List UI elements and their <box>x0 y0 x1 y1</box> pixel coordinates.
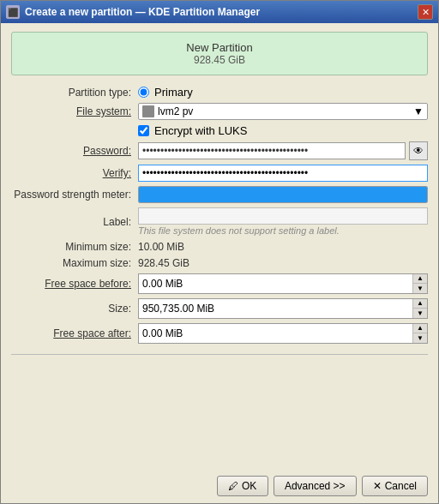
max-size-value: 928.45 GiB <box>138 257 428 269</box>
fs-icon <box>142 105 154 117</box>
size-input[interactable]: 950,735.00 MiB <box>139 299 412 318</box>
free-before-label: Free space before: <box>11 278 131 290</box>
cancel-button[interactable]: ✕ Cancel <box>362 476 428 496</box>
label-label: Label: <box>11 216 131 228</box>
advanced-button[interactable]: Advanced >> <box>274 476 357 496</box>
free-before-spin-up[interactable]: ▲ <box>413 274 427 284</box>
primary-radio-label: Primary <box>154 86 193 99</box>
free-after-spin-down[interactable]: ▼ <box>413 333 427 343</box>
file-system-select[interactable]: lvm2 pv ▼ <box>138 103 428 120</box>
divider <box>11 354 428 355</box>
titlebar: ⬛ Create a new partition — KDE Partition… <box>1 1 438 23</box>
partition-type-label: Partition type: <box>11 87 131 99</box>
window-title: Create a new partition — KDE Partition M… <box>25 6 260 18</box>
partition-preview: New Partition 928.45 GiB <box>11 32 428 75</box>
fs-dropdown-arrow: ▼ <box>413 105 424 117</box>
password-input[interactable] <box>138 142 406 159</box>
fs-value: lvm2 pv <box>158 105 413 117</box>
free-before-arrows: ▲ ▼ <box>412 274 427 293</box>
size-label: Size: <box>11 303 131 315</box>
encrypt-row: Encrypt with LUKS <box>138 124 428 137</box>
free-before-input[interactable]: 0.00 MiB <box>139 274 412 293</box>
strength-label: Password strength meter: <box>11 189 131 201</box>
main-window: ⬛ Create a new partition — KDE Partition… <box>0 0 439 504</box>
label-note: This file system does not support settin… <box>138 225 428 237</box>
password-label: Password: <box>11 145 131 157</box>
size-spinbox: 950,735.00 MiB ▲ ▼ <box>138 298 428 319</box>
min-size-label: Minimum size: <box>11 241 131 253</box>
cancel-icon: ✕ <box>373 480 382 492</box>
app-icon: ⬛ <box>6 5 20 19</box>
label-input-group: This file system does not support settin… <box>138 207 428 237</box>
partition-size: 928.45 GiB <box>21 54 418 66</box>
strength-fill <box>139 187 427 202</box>
button-row: 🖊 OK Advanced >> ✕ Cancel <box>11 472 428 496</box>
ok-label: OK <box>242 480 256 492</box>
show-password-button[interactable]: 👁 <box>409 141 428 160</box>
partition-type-row: Primary <box>138 86 428 99</box>
encrypt-checkbox[interactable] <box>138 125 149 136</box>
cancel-label: Cancel <box>385 480 417 492</box>
encrypt-label: Encrypt with LUKS <box>154 124 247 137</box>
min-size-value: 10.00 MiB <box>138 241 428 253</box>
verify-label: Verify: <box>11 167 131 179</box>
size-spin-up[interactable]: ▲ <box>413 299 427 309</box>
close-button[interactable]: ✕ <box>418 4 433 20</box>
max-size-label: Maximum size: <box>11 257 131 269</box>
verify-input[interactable] <box>138 165 428 182</box>
free-after-arrows: ▲ ▼ <box>412 324 427 343</box>
free-after-spin-up[interactable]: ▲ <box>413 324 427 333</box>
password-strength-bar <box>138 186 428 203</box>
partition-name: New Partition <box>21 41 418 54</box>
size-arrows: ▲ ▼ <box>412 299 427 318</box>
free-before-spinbox: 0.00 MiB ▲ ▼ <box>138 273 428 294</box>
advanced-label: Advanced >> <box>285 480 346 492</box>
free-before-spin-down[interactable]: ▼ <box>413 284 427 293</box>
file-system-label: File system: <box>11 105 131 117</box>
password-row: 👁 <box>138 141 428 160</box>
form-grid: Partition type: Primary File system: lvm… <box>11 86 428 344</box>
dialog-content: New Partition 928.45 GiB Partition type:… <box>1 23 438 503</box>
free-after-label: Free space after: <box>11 327 131 339</box>
size-spin-down[interactable]: ▼ <box>413 309 427 318</box>
free-after-input[interactable]: 0.00 MiB <box>139 324 412 343</box>
primary-radio[interactable] <box>138 87 149 98</box>
free-after-spinbox: 0.00 MiB ▲ ▼ <box>138 323 428 344</box>
ok-icon: 🖊 <box>228 480 238 492</box>
label-input[interactable] <box>138 207 428 225</box>
ok-button[interactable]: 🖊 OK <box>217 476 268 496</box>
